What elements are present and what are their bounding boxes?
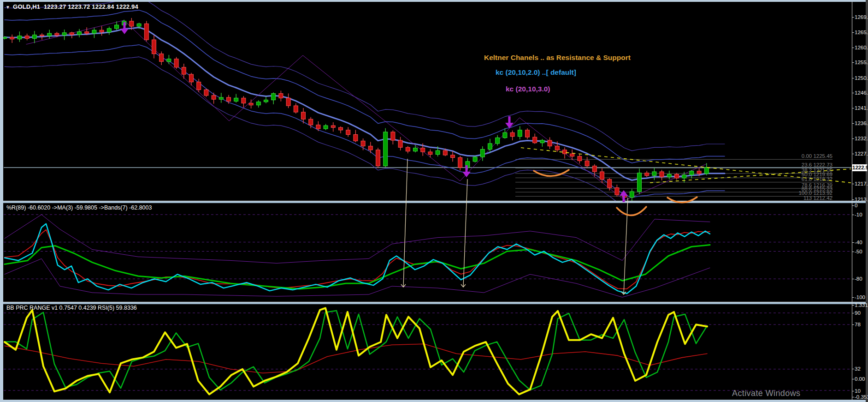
bb-value-label: 90 [855, 310, 861, 316]
percent-r-value-label: -50 [855, 249, 862, 254]
axis-tick [852, 297, 854, 298]
main-price-label: 1246.2 [855, 90, 868, 96]
chart-title-symbol: GOLD,H1 [13, 3, 40, 10]
percent-r-indicator-panel[interactable] [3, 203, 852, 302]
bb-value-label: 32 [855, 366, 861, 372]
percent-r-indicator-label: %R(89) -60.6020 ->MA(3) -59.9805 ->Bands… [6, 204, 152, 211]
axis-tick [852, 205, 854, 206]
current-price-badge: 1222.9 [852, 164, 867, 171]
main-price-label: 1227.2 [855, 151, 868, 156]
main-price-label: 1241.5 [855, 105, 868, 111]
axis-tick [852, 138, 854, 139]
axis-tick [852, 32, 854, 33]
window-frame-bottom [0, 400, 868, 402]
axis-tick [852, 242, 854, 243]
axis-tick [852, 305, 854, 306]
percent-r-value-label: -10 [855, 212, 862, 217]
axis-tick [852, 379, 854, 379]
main-price-label: 1213.0 [855, 197, 868, 202]
panel-separator[interactable] [3, 201, 866, 203]
main-price-label: 1265.1 [855, 30, 868, 35]
bb-prc-range-indicator-panel[interactable] [3, 304, 852, 399]
axis-tick [852, 397, 854, 397]
axis-tick [852, 48, 854, 48]
axis-tick [852, 252, 854, 252]
activate-windows-watermark: Activate Windows [732, 389, 800, 398]
panel-separator[interactable] [3, 302, 866, 304]
percent-r-value-label: -100 [855, 294, 865, 300]
axis-tick [852, 154, 854, 154]
axis-tick [852, 313, 854, 313]
main-price-label: 1232.0 [855, 136, 868, 141]
annotation-keltner-title: Keltner Chanels .. as Resistance & Suppo… [484, 54, 631, 62]
main-price-label: 1255.7 [855, 60, 868, 65]
axis-tick [852, 279, 854, 279]
annotation-kc-3: kc (20,10,3.0) [506, 85, 550, 93]
bb-value-label: 78 [855, 322, 861, 327]
axis-tick [852, 78, 854, 78]
bb-indicator-label: BB PRC RANGE v1 0.7547 0.4239 RSI(5) 59.… [6, 305, 137, 311]
main-price-label: 1250.9 [855, 75, 868, 81]
axis-tick [852, 123, 854, 124]
axis-tick [852, 17, 854, 18]
window-frame-left [0, 0, 3, 402]
main-price-label: 1217.8 [855, 181, 868, 186]
bb-value-label: 1.3317 [855, 302, 868, 308]
chart-title-ohlc: 1223.27 1223.72 1222.84 1222.94 [44, 3, 138, 10]
axis-tick [852, 199, 854, 200]
axis-tick [852, 108, 854, 108]
bb-value-label: -0.351 [855, 394, 868, 400]
percent-r-value-label: -80 [855, 276, 862, 282]
main-price-chart-panel[interactable] [3, 2, 852, 201]
axis-tick [852, 369, 854, 369]
price-axis[interactable]: 1269.91265.11260.41255.71250.91246.21241… [852, 2, 866, 400]
main-price-label: 1269.9 [855, 14, 868, 20]
axis-tick [852, 62, 854, 63]
main-price-label: 1260.4 [855, 45, 868, 50]
main-price-label: 1236.7 [855, 120, 868, 126]
axis-tick [852, 391, 854, 391]
percent-r-value-label: 0 [855, 203, 857, 208]
axis-tick [852, 184, 854, 184]
axis-tick [852, 324, 854, 325]
axis-tick [852, 215, 854, 215]
bb-value-label: 10 [855, 388, 861, 394]
axis-tick [852, 93, 854, 93]
symbol-dropdown-icon[interactable]: ▼ [6, 5, 10, 10]
percent-r-value-label: -40 [855, 240, 862, 245]
chart-title: ▼GOLD,H1 1223.27 1223.72 1222.84 1222.94 [6, 3, 138, 10]
annotation-kc-default: kc (20,10,2.0) ..[ default] [496, 68, 576, 77]
bb-value-label: 0.00 [855, 376, 865, 382]
